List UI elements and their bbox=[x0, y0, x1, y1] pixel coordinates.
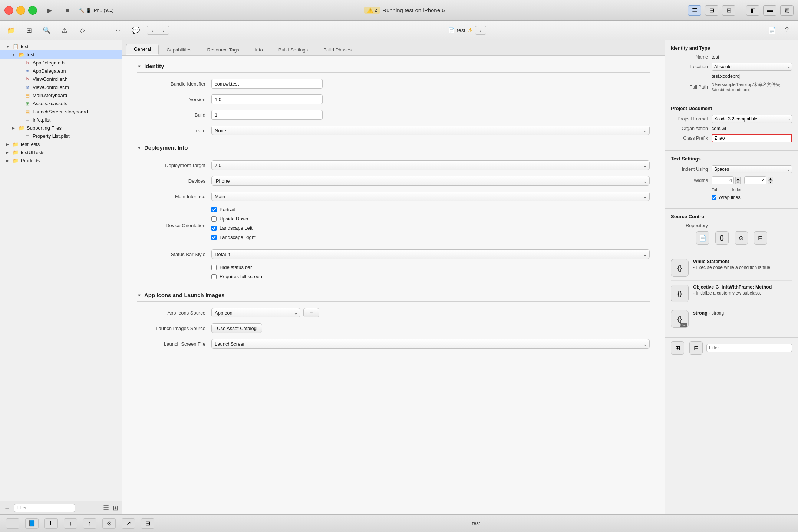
sc-file-icon[interactable]: 📄 bbox=[696, 231, 709, 245]
status-bar-style-select[interactable]: Default bbox=[211, 249, 650, 259]
indent-using-select[interactable]: Spaces bbox=[712, 165, 792, 173]
indent-width-input[interactable] bbox=[744, 176, 766, 184]
sidebar-item-viewcontroller-m[interactable]: m ViewController.m bbox=[0, 83, 122, 91]
folder-icon-btn[interactable]: 📁 bbox=[4, 25, 18, 36]
team-select[interactable]: None bbox=[211, 126, 650, 135]
indent-stepper-down[interactable]: ▼ bbox=[768, 180, 773, 184]
editor-version-button[interactable]: ⊟ bbox=[722, 5, 735, 16]
breadcrumb-actions[interactable]: › bbox=[475, 26, 486, 35]
app-icons-collapse-arrow[interactable]: ▼ bbox=[137, 293, 141, 297]
play-button[interactable]: ▶ bbox=[43, 5, 56, 16]
pause-button[interactable]: ⏸ bbox=[44, 518, 58, 529]
requires-full-screen-checkbox[interactable] bbox=[211, 274, 217, 279]
warning-btn[interactable]: ⚠ bbox=[58, 25, 71, 36]
sidebar-item-assets[interactable]: ⊞ Assets.xcassets bbox=[0, 99, 122, 107]
sidebar-item-appdelegate-m[interactable]: m AppDelegate.m bbox=[0, 67, 122, 75]
utilities-toggle[interactable]: ▨ bbox=[780, 5, 794, 16]
navigator-toggle[interactable]: ◧ bbox=[746, 5, 759, 16]
inspect-button[interactable]: 📄 bbox=[765, 25, 779, 36]
sc-compare-icon[interactable]: ⊟ bbox=[754, 231, 767, 245]
tab-stepper-up[interactable]: ▲ bbox=[735, 177, 741, 180]
sidebar-item-root[interactable]: ▼ 📋 test bbox=[0, 42, 122, 50]
filter-icon[interactable]: ☰ bbox=[103, 504, 109, 512]
add-button[interactable]: ＋ bbox=[4, 503, 10, 512]
tab-capabilities[interactable]: Capabilities bbox=[159, 44, 199, 55]
indent-stepper-up[interactable]: ▲ bbox=[768, 177, 773, 180]
portrait-checkbox[interactable] bbox=[211, 207, 217, 212]
report-btn[interactable]: ≡ bbox=[93, 25, 107, 36]
tab-resource-tags[interactable]: Resource Tags bbox=[199, 44, 247, 55]
sidebar-label-appdelegate-m: AppDelegate.m bbox=[33, 68, 119, 74]
sidebar-item-viewcontroller-h[interactable]: h ViewController.h bbox=[0, 75, 122, 83]
debug-toggle[interactable]: ▬ bbox=[763, 5, 776, 16]
location-select[interactable]: Absolute bbox=[712, 63, 792, 71]
right-filter-input[interactable] bbox=[706, 344, 792, 352]
sidebar-item-launchscreen[interactable]: ▤ LaunchScreen.storyboard bbox=[0, 107, 122, 116]
tab-stepper-down[interactable]: ▼ bbox=[735, 180, 741, 184]
sidebar-item-testUITests[interactable]: ▶ 📁 testUITests bbox=[0, 148, 122, 156]
document-button[interactable]: 📘 bbox=[25, 518, 39, 529]
maximize-button[interactable] bbox=[28, 6, 37, 15]
main-interface-select[interactable]: Main bbox=[211, 192, 650, 201]
sc-code-icon[interactable]: {} bbox=[715, 231, 729, 245]
up-arrow-button[interactable]: ↑ bbox=[83, 518, 96, 529]
upsidedown-checkbox[interactable] bbox=[211, 216, 217, 222]
landscape-right-checkbox[interactable] bbox=[211, 235, 217, 240]
sidebar-item-property-list[interactable]: ≡ Property List.plist bbox=[0, 132, 122, 140]
sidebar-item-products[interactable]: ▶ 📁 Products bbox=[0, 156, 122, 164]
comment-btn[interactable]: 💬 bbox=[129, 25, 142, 36]
app-icons-add-button[interactable]: ＋ bbox=[303, 308, 319, 317]
project-format-select[interactable]: Xcode 3.2-compatible bbox=[712, 115, 792, 123]
version-input[interactable] bbox=[211, 94, 323, 104]
tab-info[interactable]: Info bbox=[247, 44, 271, 55]
sidebar-item-test-group[interactable]: ▼ 📂 test bbox=[0, 50, 122, 59]
search-btn[interactable]: 🔍 bbox=[40, 25, 53, 36]
stop-button[interactable]: ■ bbox=[61, 5, 74, 16]
preview-button[interactable]: □ bbox=[6, 518, 19, 529]
close-button[interactable] bbox=[4, 6, 13, 15]
build-input[interactable] bbox=[211, 110, 323, 120]
editor-standard-button[interactable]: ☰ bbox=[688, 5, 701, 16]
bundle-identifier-input[interactable] bbox=[211, 79, 323, 89]
debug-button[interactable]: ⊗ bbox=[102, 518, 116, 529]
sidebar-item-main-storyboard[interactable]: ▤ Main.storyboard bbox=[0, 91, 122, 99]
list-icon[interactable]: ⊞ bbox=[113, 504, 118, 512]
sidebar-item-testTests[interactable]: ▶ 📁 testTests bbox=[0, 140, 122, 148]
devices-select[interactable]: iPhone bbox=[211, 176, 650, 186]
deployment-collapse-arrow[interactable]: ▼ bbox=[137, 146, 141, 150]
minimize-button[interactable] bbox=[16, 6, 25, 15]
tab-build-phases[interactable]: Build Phases bbox=[316, 44, 359, 55]
vcm-btn[interactable]: ⊞ bbox=[22, 25, 36, 36]
tab-build-settings[interactable]: Build Settings bbox=[271, 44, 316, 55]
titlebar-controls: ▶ ■ 🔨 📱 iPh...(9.1) bbox=[43, 5, 113, 16]
use-asset-catalog-button[interactable]: Use Asset Catalog bbox=[211, 323, 262, 333]
version-value bbox=[211, 94, 650, 104]
app-icons-select[interactable]: AppIcon bbox=[211, 308, 300, 317]
filter-input[interactable] bbox=[14, 504, 75, 512]
identity-collapse-arrow[interactable]: ▼ bbox=[137, 64, 141, 69]
sidebar-item-appdelegate-h[interactable]: h AppDelegate.h bbox=[0, 59, 122, 67]
down-arrow-button[interactable]: ↓ bbox=[64, 518, 77, 529]
breadcrumb-back[interactable]: ‹ bbox=[147, 26, 158, 35]
class-prefix-input[interactable] bbox=[712, 134, 792, 142]
hide-status-bar-checkbox[interactable] bbox=[211, 265, 217, 270]
grid-view-button[interactable]: ⊞ bbox=[671, 341, 684, 355]
wrap-lines-checkbox[interactable] bbox=[712, 195, 716, 200]
editor-assistant-button[interactable]: ⊞ bbox=[705, 5, 718, 16]
tab-width-input[interactable] bbox=[712, 176, 734, 184]
launch-screen-file-select[interactable]: LaunchScreen bbox=[211, 339, 650, 349]
breadcrumb-forward[interactable]: › bbox=[158, 26, 169, 35]
filter-button[interactable]: ⊟ bbox=[689, 341, 703, 355]
share-button[interactable]: ↗ bbox=[122, 518, 135, 529]
help-button[interactable]: ? bbox=[780, 25, 794, 36]
tab-general[interactable]: General bbox=[126, 44, 159, 55]
sidebar-item-supporting[interactable]: ▶ 📁 Supporting Files bbox=[0, 124, 122, 132]
source-btn[interactable]: ↔ bbox=[111, 25, 125, 36]
sidebar-item-info-plist[interactable]: ≡ Info.plist bbox=[0, 116, 122, 124]
grid-bottom-button[interactable]: ⊞ bbox=[141, 518, 154, 529]
sc-history-icon[interactable]: ⊙ bbox=[735, 231, 748, 245]
landscape-left-checkbox[interactable] bbox=[211, 226, 217, 231]
breakpoint-btn[interactable]: ◇ bbox=[76, 25, 89, 36]
tab-indent-labels: Tab Indent bbox=[712, 187, 744, 192]
deployment-target-select[interactable]: 7.0 bbox=[211, 160, 650, 170]
